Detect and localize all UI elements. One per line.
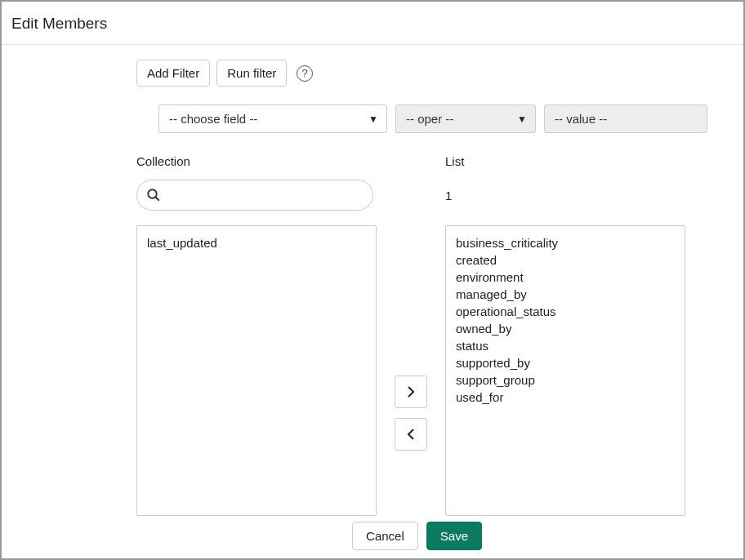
svg-line-1 (155, 197, 159, 201)
help-icon[interactable]: ? (297, 65, 313, 82)
move-left-button[interactable] (395, 418, 427, 451)
collection-search-input[interactable] (136, 180, 373, 211)
cancel-button[interactable]: Cancel (352, 522, 418, 550)
collection-label: Collection (136, 154, 377, 168)
filter-toolbar: Add Filter Run filter ? (136, 60, 735, 87)
list-label: List (445, 154, 685, 168)
list-item[interactable]: supported_by (456, 354, 675, 371)
choose-field-select[interactable]: -- choose field -- ▼ (158, 104, 387, 133)
dialog-footer: Cancel Save (352, 522, 482, 550)
search-icon (146, 188, 161, 202)
list-column: List 1 business_criticalitycreatedenviro… (445, 154, 685, 516)
oper-label: -- oper -- (406, 112, 453, 126)
list-item[interactable]: managed_by (456, 286, 675, 303)
list-count: 1 (445, 180, 685, 211)
collection-column: Collection last_updated (136, 154, 377, 516)
list-item[interactable]: owned_by (456, 320, 675, 337)
transfer-buttons (377, 309, 445, 516)
svg-point-0 (148, 189, 157, 198)
search-wrapper (136, 180, 373, 211)
choose-field-label: -- choose field -- (169, 112, 257, 126)
chevron-down-icon: ▼ (368, 113, 378, 125)
slushbucket: Collection last_updated (136, 154, 735, 516)
list-item[interactable]: business_criticality (456, 234, 675, 251)
list-item[interactable]: created (456, 251, 675, 269)
value-label: -- value -- (555, 112, 607, 126)
list-item[interactable]: support_group (456, 371, 675, 389)
add-filter-button[interactable]: Add Filter (136, 60, 210, 87)
dialog-title: Edit Members (11, 15, 107, 32)
list-item[interactable]: used_for (456, 389, 675, 406)
save-button[interactable]: Save (426, 522, 482, 550)
oper-select[interactable]: -- oper -- ▼ (395, 104, 536, 133)
dialog-header: Edit Members (2, 2, 743, 45)
list-item[interactable]: environment (456, 269, 675, 286)
list-item[interactable]: operational_status (456, 303, 675, 320)
list-item[interactable]: last_updated (147, 234, 366, 251)
list-item[interactable]: status (456, 337, 675, 354)
chevron-down-icon: ▼ (517, 113, 527, 125)
collection-listbox[interactable]: last_updated (136, 225, 377, 516)
dialog-content: Add Filter Run filter ? -- choose field … (2, 45, 743, 524)
chevron-left-icon (406, 428, 416, 441)
filter-row: -- choose field -- ▼ -- oper -- ▼ -- val… (158, 104, 735, 133)
run-filter-button[interactable]: Run filter (216, 60, 287, 87)
list-listbox[interactable]: business_criticalitycreatedenvironmentma… (445, 225, 685, 516)
move-right-button[interactable] (395, 376, 427, 408)
chevron-right-icon (406, 385, 416, 398)
value-input[interactable]: -- value -- (544, 104, 707, 133)
